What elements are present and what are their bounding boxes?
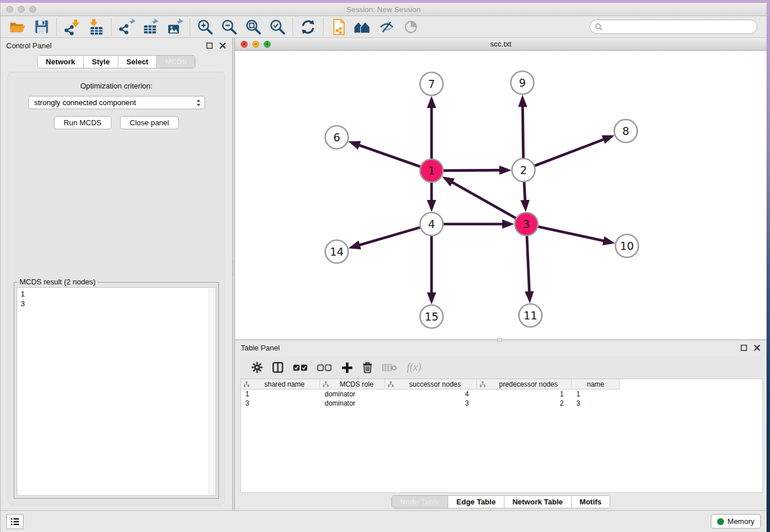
run-mcds-button[interactable]: Run MCDS [54, 116, 111, 129]
open-file-button[interactable] [5, 17, 29, 37]
search-input[interactable] [606, 22, 752, 31]
tab-style[interactable]: Style [83, 56, 118, 68]
tab-edge-table[interactable]: Edge Table [448, 496, 503, 508]
header-filler [620, 379, 763, 390]
edge-2-3[interactable] [524, 182, 525, 209]
mcds-result-text[interactable]: 13 [17, 287, 216, 496]
cell-shared-name[interactable]: 3 [241, 399, 320, 408]
zoom-fit-button[interactable] [241, 17, 265, 37]
edge-4-14[interactable] [352, 228, 420, 248]
cell-name[interactable]: 1 [572, 390, 620, 399]
edge-2-9[interactable] [522, 98, 523, 158]
memory-label: Memory [727, 517, 754, 526]
hierarchy-icon [388, 381, 394, 387]
graph-node-label-2: 2 [520, 164, 527, 176]
show-column-panel-button[interactable] [272, 359, 283, 376]
edge-2-8[interactable] [535, 137, 611, 166]
cell-MCDS-role[interactable]: dominator [320, 390, 385, 399]
search-field[interactable] [590, 20, 757, 34]
network-canvas[interactable]: 1234678910111415 [235, 51, 767, 340]
tab-mcds[interactable]: MCDS [156, 56, 195, 68]
export-image-button[interactable] [163, 17, 187, 37]
edge-3-10[interactable] [538, 226, 612, 242]
memory-button[interactable]: Memory [711, 514, 761, 529]
network-from-selection-button[interactable] [326, 17, 351, 37]
tab-node-table[interactable]: Node Table [392, 496, 448, 508]
graph-node-label-9: 9 [519, 76, 526, 89]
tab-motifs[interactable]: Motifs [571, 496, 610, 508]
float-window-icon [741, 345, 747, 351]
column-header-successor-nodes[interactable]: successor nodes [385, 379, 477, 390]
edge-1-6[interactable] [351, 142, 420, 167]
graph-node-label-3: 3 [523, 218, 530, 230]
toolbar-separator [292, 18, 293, 36]
table-row[interactable]: 3dominator323 [241, 399, 763, 408]
select-all-columns-button[interactable] [293, 359, 307, 376]
deselect-all-columns-button[interactable] [317, 359, 332, 376]
column-header-MCDS-role[interactable]: MCDS role [320, 379, 385, 390]
import-network-icon [63, 18, 80, 36]
table-row[interactable]: 1dominator411 [241, 390, 763, 399]
float-table-panel-button[interactable] [740, 344, 748, 352]
network-window-titlebar[interactable]: × − + scc.txt [235, 38, 767, 51]
cell-shared-name[interactable]: 1 [241, 390, 320, 399]
zoom-selected-button[interactable] [265, 17, 290, 37]
delete-column-button[interactable] [363, 359, 372, 376]
cell-successor-nodes[interactable]: 3 [385, 399, 477, 408]
tab-network[interactable]: Network [38, 56, 83, 68]
network-canvas-area[interactable]: 1234678910111415 [235, 51, 767, 340]
edge-1-2[interactable] [444, 170, 508, 171]
cell-MCDS-role[interactable]: dominator [320, 399, 385, 408]
cell-predecessor-nodes[interactable]: 2 [477, 399, 572, 408]
close-panel-button[interactable] [219, 42, 226, 49]
table-toolbar: f(x) [240, 356, 761, 379]
scrollbar-track[interactable] [209, 288, 215, 495]
column-header-shared-name[interactable]: shared name [241, 379, 320, 390]
hierarchy-icon [480, 381, 486, 387]
save-icon [34, 19, 49, 34]
export-network-button[interactable] [114, 17, 138, 37]
show-hide-button[interactable] [375, 17, 399, 37]
import-table-icon [87, 18, 105, 36]
network-window-title: scc.txt [235, 40, 767, 48]
export-network-icon [118, 18, 135, 36]
apply-layout-button[interactable] [296, 17, 320, 37]
create-column-button[interactable] [341, 359, 353, 376]
toolbar-separator [56, 18, 57, 36]
splitter-grip[interactable] [233, 261, 234, 276]
export-table-button[interactable] [138, 17, 163, 37]
close-table-panel-button[interactable] [753, 344, 761, 352]
stepper-arrows-icon [196, 99, 201, 107]
first-neighbors-button[interactable] [351, 17, 375, 37]
edge-3-11[interactable] [527, 236, 530, 300]
column-header-name[interactable]: name [572, 379, 620, 390]
task-history-button[interactable] [6, 514, 24, 529]
zoom-in-icon [197, 18, 214, 36]
cell-name[interactable]: 3 [572, 399, 620, 408]
close-panel-action-button[interactable]: Close panel [120, 116, 179, 129]
column-header-predecessor-nodes[interactable]: predecessor nodes [477, 379, 572, 390]
plus-icon [341, 362, 353, 373]
criterion-dropdown[interactable]: strongly connected component [28, 96, 205, 109]
import-table-button[interactable] [84, 17, 108, 37]
window-titlebar: Session: New Session [1, 3, 767, 16]
save-session-button[interactable] [29, 17, 53, 37]
edge-3-1[interactable] [445, 178, 516, 218]
mcds-result-group: MCDS result (2 nodes) 13 [14, 282, 219, 499]
export-table-icon [142, 18, 159, 36]
table-settings-button[interactable] [252, 359, 263, 376]
zoom-out-button[interactable] [217, 17, 241, 37]
float-panel-button[interactable] [206, 42, 213, 49]
node-table[interactable]: shared nameMCDS rolesuccessor nodesprede… [240, 379, 763, 493]
cell-successor-nodes[interactable]: 4 [385, 390, 477, 399]
close-icon [220, 43, 226, 49]
tab-network-table[interactable]: Network Table [504, 496, 571, 508]
horizontal-splitter-grip[interactable] [497, 338, 502, 342]
zoom-in-button[interactable] [193, 17, 217, 37]
graph-node-label-8: 8 [622, 125, 629, 137]
cell-predecessor-nodes[interactable]: 1 [477, 390, 572, 399]
import-network-button[interactable] [60, 17, 84, 37]
tab-select[interactable]: Select [118, 56, 156, 68]
function-builder-button: f(x) [407, 359, 421, 376]
homes-icon [353, 20, 372, 34]
